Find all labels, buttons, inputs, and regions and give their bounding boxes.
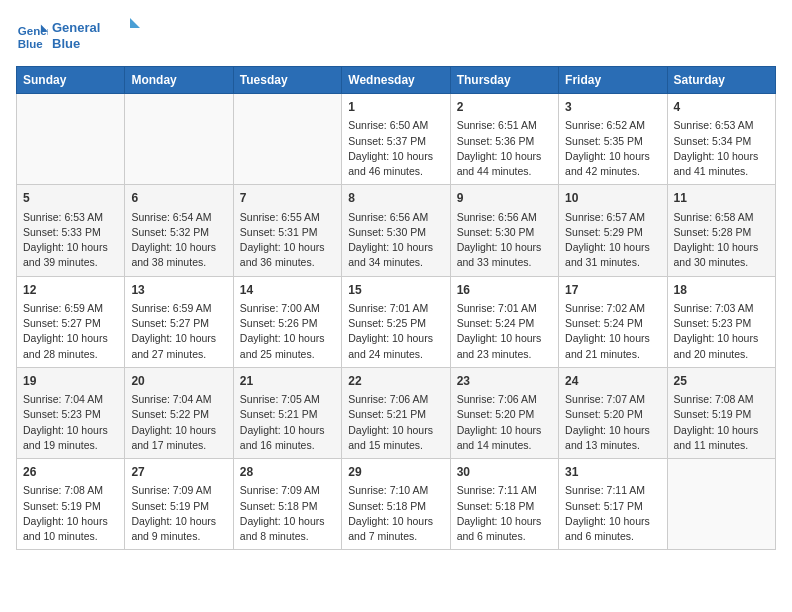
day-number: 2 — [457, 99, 552, 116]
daylight-text: Daylight: 10 hours and 28 minutes. — [23, 332, 108, 359]
sunrise-text: Sunrise: 7:06 AM — [348, 393, 428, 405]
day-number: 4 — [674, 99, 769, 116]
calendar-table: SundayMondayTuesdayWednesdayThursdayFrid… — [16, 66, 776, 550]
calendar-cell: 24Sunrise: 7:07 AMSunset: 5:20 PMDayligh… — [559, 367, 667, 458]
sunset-text: Sunset: 5:20 PM — [457, 408, 535, 420]
sunset-text: Sunset: 5:36 PM — [457, 135, 535, 147]
daylight-text: Daylight: 10 hours and 8 minutes. — [240, 515, 325, 542]
day-number: 22 — [348, 373, 443, 390]
calendar-cell: 7Sunrise: 6:55 AMSunset: 5:31 PMDaylight… — [233, 185, 341, 276]
sunrise-text: Sunrise: 7:10 AM — [348, 484, 428, 496]
day-number: 7 — [240, 190, 335, 207]
calendar-cell: 27Sunrise: 7:09 AMSunset: 5:19 PMDayligh… — [125, 459, 233, 550]
sunset-text: Sunset: 5:28 PM — [674, 226, 752, 238]
day-number: 13 — [131, 282, 226, 299]
calendar-cell: 22Sunrise: 7:06 AMSunset: 5:21 PMDayligh… — [342, 367, 450, 458]
calendar-cell: 19Sunrise: 7:04 AMSunset: 5:23 PMDayligh… — [17, 367, 125, 458]
sunset-text: Sunset: 5:24 PM — [457, 317, 535, 329]
calendar-cell: 1Sunrise: 6:50 AMSunset: 5:37 PMDaylight… — [342, 94, 450, 185]
daylight-text: Daylight: 10 hours and 27 minutes. — [131, 332, 216, 359]
sunrise-text: Sunrise: 7:06 AM — [457, 393, 537, 405]
calendar-cell: 20Sunrise: 7:04 AMSunset: 5:22 PMDayligh… — [125, 367, 233, 458]
day-number: 27 — [131, 464, 226, 481]
weekday-header-monday: Monday — [125, 67, 233, 94]
sunset-text: Sunset: 5:24 PM — [565, 317, 643, 329]
calendar-cell — [17, 94, 125, 185]
calendar-week-3: 12Sunrise: 6:59 AMSunset: 5:27 PMDayligh… — [17, 276, 776, 367]
calendar-cell: 14Sunrise: 7:00 AMSunset: 5:26 PMDayligh… — [233, 276, 341, 367]
daylight-text: Daylight: 10 hours and 7 minutes. — [348, 515, 433, 542]
weekday-header-friday: Friday — [559, 67, 667, 94]
sunrise-text: Sunrise: 7:04 AM — [131, 393, 211, 405]
daylight-text: Daylight: 10 hours and 6 minutes. — [565, 515, 650, 542]
calendar-cell: 11Sunrise: 6:58 AMSunset: 5:28 PMDayligh… — [667, 185, 775, 276]
sunrise-text: Sunrise: 6:52 AM — [565, 119, 645, 131]
daylight-text: Daylight: 10 hours and 21 minutes. — [565, 332, 650, 359]
day-number: 16 — [457, 282, 552, 299]
daylight-text: Daylight: 10 hours and 34 minutes. — [348, 241, 433, 268]
day-number: 9 — [457, 190, 552, 207]
sunset-text: Sunset: 5:33 PM — [23, 226, 101, 238]
svg-marker-5 — [130, 18, 140, 28]
sunrise-text: Sunrise: 6:55 AM — [240, 211, 320, 223]
weekday-header-sunday: Sunday — [17, 67, 125, 94]
sunset-text: Sunset: 5:27 PM — [23, 317, 101, 329]
calendar-cell: 3Sunrise: 6:52 AMSunset: 5:35 PMDaylight… — [559, 94, 667, 185]
logo-svg: General Blue — [52, 16, 142, 54]
calendar-cell: 18Sunrise: 7:03 AMSunset: 5:23 PMDayligh… — [667, 276, 775, 367]
calendar-cell: 9Sunrise: 6:56 AMSunset: 5:30 PMDaylight… — [450, 185, 558, 276]
logo: General Blue General Blue — [16, 16, 142, 58]
sunset-text: Sunset: 5:32 PM — [131, 226, 209, 238]
day-number: 21 — [240, 373, 335, 390]
calendar-cell: 16Sunrise: 7:01 AMSunset: 5:24 PMDayligh… — [450, 276, 558, 367]
weekday-header-thursday: Thursday — [450, 67, 558, 94]
day-number: 6 — [131, 190, 226, 207]
day-number: 25 — [674, 373, 769, 390]
day-number: 5 — [23, 190, 118, 207]
daylight-text: Daylight: 10 hours and 33 minutes. — [457, 241, 542, 268]
sunset-text: Sunset: 5:17 PM — [565, 500, 643, 512]
logo-icon: General Blue — [16, 21, 48, 53]
calendar-cell: 23Sunrise: 7:06 AMSunset: 5:20 PMDayligh… — [450, 367, 558, 458]
sunrise-text: Sunrise: 6:57 AM — [565, 211, 645, 223]
page-header: General Blue General Blue — [16, 16, 776, 58]
daylight-text: Daylight: 10 hours and 38 minutes. — [131, 241, 216, 268]
sunset-text: Sunset: 5:19 PM — [131, 500, 209, 512]
weekday-header-tuesday: Tuesday — [233, 67, 341, 94]
sunset-text: Sunset: 5:21 PM — [348, 408, 426, 420]
sunset-text: Sunset: 5:26 PM — [240, 317, 318, 329]
sunrise-text: Sunrise: 6:51 AM — [457, 119, 537, 131]
sunrise-text: Sunrise: 6:53 AM — [23, 211, 103, 223]
sunset-text: Sunset: 5:21 PM — [240, 408, 318, 420]
calendar-cell: 31Sunrise: 7:11 AMSunset: 5:17 PMDayligh… — [559, 459, 667, 550]
calendar-week-1: 1Sunrise: 6:50 AMSunset: 5:37 PMDaylight… — [17, 94, 776, 185]
day-number: 10 — [565, 190, 660, 207]
sunrise-text: Sunrise: 6:56 AM — [457, 211, 537, 223]
sunset-text: Sunset: 5:25 PM — [348, 317, 426, 329]
daylight-text: Daylight: 10 hours and 30 minutes. — [674, 241, 759, 268]
day-number: 28 — [240, 464, 335, 481]
sunrise-text: Sunrise: 7:08 AM — [23, 484, 103, 496]
daylight-text: Daylight: 10 hours and 39 minutes. — [23, 241, 108, 268]
sunrise-text: Sunrise: 6:59 AM — [131, 302, 211, 314]
sunrise-text: Sunrise: 7:03 AM — [674, 302, 754, 314]
day-number: 26 — [23, 464, 118, 481]
calendar-cell: 17Sunrise: 7:02 AMSunset: 5:24 PMDayligh… — [559, 276, 667, 367]
daylight-text: Daylight: 10 hours and 11 minutes. — [674, 424, 759, 451]
calendar-cell: 25Sunrise: 7:08 AMSunset: 5:19 PMDayligh… — [667, 367, 775, 458]
calendar-cell — [667, 459, 775, 550]
calendar-cell — [125, 94, 233, 185]
sunrise-text: Sunrise: 6:54 AM — [131, 211, 211, 223]
sunset-text: Sunset: 5:34 PM — [674, 135, 752, 147]
sunrise-text: Sunrise: 7:01 AM — [348, 302, 428, 314]
svg-text:Blue: Blue — [52, 36, 80, 51]
weekday-header-saturday: Saturday — [667, 67, 775, 94]
calendar-cell: 28Sunrise: 7:09 AMSunset: 5:18 PMDayligh… — [233, 459, 341, 550]
day-number: 11 — [674, 190, 769, 207]
day-number: 8 — [348, 190, 443, 207]
sunrise-text: Sunrise: 7:07 AM — [565, 393, 645, 405]
daylight-text: Daylight: 10 hours and 24 minutes. — [348, 332, 433, 359]
day-number: 14 — [240, 282, 335, 299]
sunrise-text: Sunrise: 6:50 AM — [348, 119, 428, 131]
sunset-text: Sunset: 5:23 PM — [23, 408, 101, 420]
